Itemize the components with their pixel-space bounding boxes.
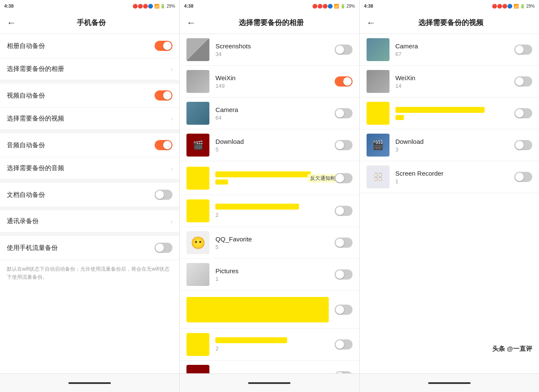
album-thumb-weixin [186,70,209,93]
album-item-redacted-vid[interactable] [360,98,539,129]
panel-select-albums: ← 选择需要备份的相册 Screenshots 34 WeiXin 149 [180,12,359,373]
album-info-camera: Camera 64 [215,106,334,121]
doc-auto-backup-toggle[interactable] [155,190,172,200]
album-count-screen-recorder: 1 [395,178,514,185]
album-toggle-redacted4[interactable] [335,339,353,350]
album-toggle-redacted-vid[interactable] [514,108,532,118]
album-item-redacted4[interactable]: 2 [180,329,359,361]
contacts-backup-item[interactable]: 通讯录备份 › [0,210,179,232]
audio-auto-backup-toggle[interactable] [155,140,172,150]
time-2: 4:38 [184,3,193,8]
album-item-pictures[interactable]: Pictures 1 [180,259,359,291]
album-item-camera[interactable]: Camera 64 [180,98,359,129]
album-toggle-redacted3[interactable] [335,305,353,315]
album-toggle-camera[interactable] [335,108,353,118]
video-select-chevron: › [171,115,173,122]
album-thumb-qq: 😶 [186,231,209,254]
video-auto-backup-toggle[interactable] [155,90,172,101]
album-item-download[interactable]: 🎬 Download 5 [180,129,359,161]
album-info-screenshots: Screenshots 34 [215,42,334,57]
panel2-content: Screenshots 34 WeiXin 149 Camera 6 [180,34,359,373]
panel3-content: Camera 67 WeiXin 14 [360,34,539,373]
album-info-redacted2: 2 [215,204,334,218]
album-toggle-download[interactable] [335,140,353,150]
divider-3 [0,179,179,183]
album-count-weixin: 149 [215,83,334,89]
album-thumb-redacted1 [186,167,209,190]
photo-select-item[interactable]: 选择需要备份的相册 › [0,58,179,80]
album-thumb-redacted2 [186,199,209,222]
album-thumb-screen-recorder: 📋📋📋📋 [367,165,389,188]
mobile-data-backup-toggle[interactable] [155,243,172,253]
bottom-bar-panel-1 [0,374,180,392]
doc-auto-backup-item: 文档自动备份 [0,183,179,207]
album-item-redacted3[interactable] [180,291,359,329]
album-toggle-screenshots[interactable] [335,45,353,55]
album-info-qq: QQ_Favorite 5 [215,235,334,250]
back-arrow-2[interactable]: ← [186,17,196,28]
album-item-screen-recorder[interactable]: 📋📋📋📋 Screen Recorder 1 [360,161,539,193]
album-count-camera-vid: 67 [395,51,514,57]
album-item-screenshots[interactable]: Screenshots 34 [180,34,359,66]
album-toggle-download2[interactable] [335,371,353,373]
nav-indicator-2 [248,382,291,384]
album-name-download-vid: Download [395,138,514,145]
photo-select-chevron: › [171,66,173,73]
time-3: 4:38 [364,3,373,8]
audio-select-label: 选择需要备份的音频 [7,164,171,172]
album-toggle-weixin-vid[interactable] [514,76,532,87]
album-item-weixin-vid[interactable]: WeiXin 14 [360,66,539,98]
divider-5 [0,232,179,236]
album-toggle-screen-recorder[interactable] [514,172,532,182]
nav-indicator-3 [428,382,471,384]
album-toggle-redacted2[interactable] [335,206,353,216]
album-item-weixin[interactable]: WeiXin 149 [180,66,359,98]
album-name-weixin: WeiXin [215,74,334,81]
album-name-qq: QQ_Favorite [215,235,334,243]
divider-4 [0,207,179,210]
album-count-screenshots: 34 [215,51,334,57]
album-thumb-camera [186,102,209,125]
back-arrow-1[interactable]: ← [7,17,16,28]
time-1: 4:38 [4,3,14,8]
watermark: 头条 @一直评 [492,345,532,353]
status-bar-panel-1: 4:38 🔴🔴🔴🔵 📶 🔋29% [0,0,180,12]
album-toggle-qq[interactable] [335,238,353,248]
panels-container: ← 手机备份 相册自动备份 选择需要备份的相册 › 视频自动备份 选择需要备份的… [0,12,539,373]
album-toggle-download-vid[interactable] [514,140,532,150]
back-arrow-3[interactable]: ← [367,17,376,28]
panel-backup-settings: ← 手机备份 相册自动备份 选择需要备份的相册 › 视频自动备份 选择需要备份的… [0,12,180,373]
bottom-navigation-bar [0,373,539,392]
album-name-camera-vid: Camera [395,42,514,50]
video-auto-backup-label: 视频自动备份 [7,92,155,100]
album-info-weixin: WeiXin 149 [215,74,334,89]
album-item-camera-vid[interactable]: Camera 67 [360,34,539,66]
album-info-redacted-vid [395,107,514,120]
album-toggle-pictures[interactable] [335,269,353,280]
album-item-download-vid[interactable]: 🎬 Download 3 [360,129,539,161]
audio-select-item[interactable]: 选择需要备份的音频 › [0,157,179,179]
album-toggle-redacted1[interactable] [335,173,353,183]
album-thumb-download2: ▶ [186,365,209,373]
album-name-download: Download [215,138,334,145]
video-select-item[interactable]: 选择需要备份的视频 › [0,108,179,130]
album-thumb-download-vid: 🎬 [367,134,389,157]
album-thumb-camera-vid [367,38,389,61]
album-toggle-weixin[interactable] [335,76,353,87]
album-info-screen-recorder: Screen Recorder 1 [395,170,514,185]
status-bar-panel-2: 4:38 🔴🔴🔴🔵 📶 🔋29% [180,0,359,12]
panel-select-videos: ← 选择需要备份的视频 Camera 67 WeiXin 14 [360,12,539,373]
photo-auto-backup-toggle[interactable] [155,41,172,51]
album-item-redacted1[interactable]: 反欠通知刚 [180,161,359,195]
album-item-qq[interactable]: 😶 QQ_Favorite 5 [180,227,359,259]
album-item-redacted2[interactable]: 2 [180,195,359,227]
audio-auto-backup-item: 音频自动备份 [0,133,179,157]
album-count-redacted2: 2 [215,212,334,218]
bottom-bar-panel-3 [360,374,539,392]
album-item-download2[interactable]: ▶ Download [180,361,359,373]
album-info-weixin-vid: WeiXin 14 [395,74,514,89]
album-toggle-camera-vid[interactable] [514,45,532,55]
audio-auto-backup-label: 音频自动备份 [7,141,155,149]
album-count-pictures: 1 [215,276,334,282]
doc-auto-backup-label: 文档自动备份 [7,191,155,199]
